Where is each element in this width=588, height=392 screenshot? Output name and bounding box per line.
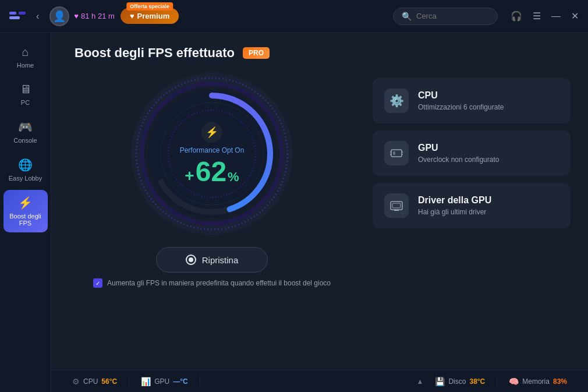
gpu-driver-card-title: Driver della GPU bbox=[418, 195, 559, 206]
headset-button[interactable]: 🎧 bbox=[508, 8, 525, 24]
titlebar: ‹ 👤 ♥ 81 h 21 m Offerta speciale ♥ Premi… bbox=[0, 0, 588, 33]
perf-label: Performance Opt On bbox=[180, 146, 245, 154]
disk-temp-value: 38°C bbox=[469, 377, 485, 386]
bolt-icon: ⚡ bbox=[201, 122, 222, 143]
svg-rect-19 bbox=[392, 203, 401, 208]
gpu-temp-status: 📊 GPU —°C bbox=[129, 377, 200, 386]
svg-rect-2 bbox=[19, 12, 26, 15]
back-button[interactable]: ‹ bbox=[34, 9, 41, 24]
heart-icon: ♥ bbox=[74, 12, 79, 20]
disk-temp-icon: 💾 bbox=[435, 377, 445, 386]
offerta-badge: Offerta speciale bbox=[126, 2, 173, 10]
chevron-up-icon[interactable]: ▲ bbox=[417, 377, 424, 386]
user-section: 👤 ♥ 81 h 21 m bbox=[49, 6, 115, 26]
restore-button[interactable]: Ripristina bbox=[156, 247, 268, 273]
titlebar-actions: 🎧 ☰ — ✕ bbox=[508, 8, 581, 24]
cpu-card-subtitle: Ottimizzazioni 6 configurate bbox=[418, 103, 559, 111]
restore-label: Ripristina bbox=[202, 255, 239, 265]
memory-icon: 🧠 bbox=[509, 377, 519, 386]
restore-circle-icon bbox=[186, 255, 196, 265]
cpu-card-title: CPU bbox=[418, 90, 559, 101]
cpu-temp-value: 56°C bbox=[101, 377, 117, 386]
easy-lobby-icon: 🌐 bbox=[18, 158, 33, 172]
gpu-driver-card-content: Driver della GPU Hai già gli ultimi driv… bbox=[418, 195, 559, 216]
close-button[interactable]: ✕ bbox=[569, 8, 581, 24]
gpu-driver-icon bbox=[384, 193, 409, 218]
restore-dot bbox=[189, 257, 193, 262]
boost-icon: ⚡ bbox=[18, 196, 33, 210]
search-icon: 🔍 bbox=[402, 12, 412, 21]
home-icon: ⌂ bbox=[22, 45, 29, 59]
sidebar-item-console-label: Console bbox=[13, 137, 37, 144]
sidebar-item-boost-label: Boost degli FPS bbox=[8, 213, 43, 227]
sidebar-item-home-label: Home bbox=[17, 62, 34, 69]
premium-button[interactable]: Offerta speciale ♥ Premium bbox=[121, 8, 179, 24]
fps-row: + 62 % bbox=[185, 158, 239, 186]
sidebar-item-pc[interactable]: 🖥 PC bbox=[3, 77, 48, 112]
gpu-card-content: GPU Overclock non configurato bbox=[418, 143, 559, 164]
cpu-icon: ⚙️ bbox=[384, 89, 409, 113]
gpu-card-title: GPU bbox=[418, 143, 559, 153]
sidebar-item-home[interactable]: ⌂ Home bbox=[3, 40, 48, 75]
cpu-temp-icon: ⚙ bbox=[72, 377, 80, 386]
gpu-temp-value: —°C bbox=[173, 377, 187, 386]
sidebar-item-easy-lobby-label: Easy Lobby bbox=[9, 175, 42, 182]
health-info: ♥ 81 h 21 m bbox=[74, 12, 115, 20]
gpu-card-subtitle: Overclock non configurato bbox=[418, 156, 559, 164]
avatar: 👤 bbox=[49, 6, 69, 26]
gpu-driver-card[interactable]: Driver della GPU Hai già gli ultimi driv… bbox=[373, 183, 571, 228]
minimize-button[interactable]: — bbox=[549, 9, 563, 24]
fps-checkbox[interactable]: ✓ bbox=[93, 278, 102, 288]
app-logo bbox=[7, 6, 28, 27]
gauge-container: ⚡ Performance Opt On + 62 % bbox=[130, 72, 293, 235]
sidebar-item-boost-fps[interactable]: ⚡ Boost degli FPS bbox=[3, 190, 48, 232]
svg-rect-0 bbox=[9, 12, 16, 15]
menu-button[interactable]: ☰ bbox=[530, 8, 543, 24]
sidebar-item-easy-lobby[interactable]: 🌐 Easy Lobby bbox=[3, 152, 48, 188]
memory-status: 🧠 Memoria 83% bbox=[497, 377, 579, 386]
right-panel: ⚙️ CPU Ottimizzazioni 6 configurate bbox=[373, 72, 571, 228]
search-box[interactable]: 🔍 bbox=[393, 8, 498, 25]
search-input[interactable] bbox=[416, 12, 489, 20]
main-area: ⚡ Performance Opt On + 62 % Ripristi bbox=[51, 66, 588, 370]
console-icon: 🎮 bbox=[18, 120, 33, 134]
content-area: Boost degli FPS effettuato PRO bbox=[51, 33, 588, 392]
sidebar-item-pc-label: PC bbox=[21, 99, 30, 106]
plus-sign: + bbox=[185, 167, 194, 185]
gpu-temp-label: GPU bbox=[154, 377, 169, 386]
sidebar-item-console[interactable]: 🎮 Console bbox=[3, 114, 48, 150]
gpu-driver-card-subtitle: Hai già gli ultimi driver bbox=[418, 208, 559, 216]
gauge-inner: ⚡ Performance Opt On + 62 % bbox=[180, 122, 245, 186]
premium-icon: ♥ bbox=[130, 12, 134, 20]
gpu-temp-icon: 📊 bbox=[141, 377, 151, 386]
cpu-card[interactable]: ⚙️ CPU Ottimizzazioni 6 configurate bbox=[373, 78, 571, 123]
svg-rect-13 bbox=[393, 151, 395, 155]
page-header: Boost degli FPS effettuato PRO bbox=[51, 33, 588, 66]
memory-label: Memoria bbox=[522, 377, 550, 386]
gauge-section: ⚡ Performance Opt On + 62 % Ripristi bbox=[69, 72, 355, 288]
disk-temp-label: Disco bbox=[448, 377, 466, 386]
disk-temp-status: 💾 Disco 38°C bbox=[423, 377, 497, 386]
cpu-card-content: CPU Ottimizzazioni 6 configurate bbox=[418, 90, 559, 111]
gpu-card[interactable]: GPU Overclock non configurato bbox=[373, 130, 571, 176]
fps-unit: % bbox=[228, 171, 239, 183]
memory-value: 83% bbox=[553, 377, 567, 386]
svg-rect-1 bbox=[9, 16, 20, 19]
checkbox-text: Aumenta gli FPS in maniera predefinita q… bbox=[107, 279, 331, 287]
health-value: 81 h 21 m bbox=[81, 12, 115, 20]
statusbar: ⚙ CPU 56°C 📊 GPU —°C ▲ 💾 Disco 38°C 🧠 Me… bbox=[51, 370, 588, 392]
gpu-icon bbox=[384, 141, 409, 165]
pc-icon: 🖥 bbox=[20, 83, 31, 96]
premium-label: Premium bbox=[137, 12, 170, 20]
checkbox-row: ✓ Aumenta gli FPS in maniera predefinita… bbox=[93, 278, 331, 288]
cpu-temp-label: CPU bbox=[83, 377, 98, 386]
sidebar: ⌂ Home 🖥 PC 🎮 Console 🌐 Easy Lobby ⚡ Boo… bbox=[0, 33, 51, 392]
svg-rect-12 bbox=[391, 150, 402, 157]
main-layout: ⌂ Home 🖥 PC 🎮 Console 🌐 Easy Lobby ⚡ Boo… bbox=[0, 33, 588, 392]
fps-value: 62 bbox=[196, 158, 226, 186]
page-title: Boost degli FPS effettuato bbox=[75, 45, 235, 61]
cpu-temp-status: ⚙ CPU 56°C bbox=[61, 377, 129, 386]
pro-badge: PRO bbox=[243, 47, 270, 59]
